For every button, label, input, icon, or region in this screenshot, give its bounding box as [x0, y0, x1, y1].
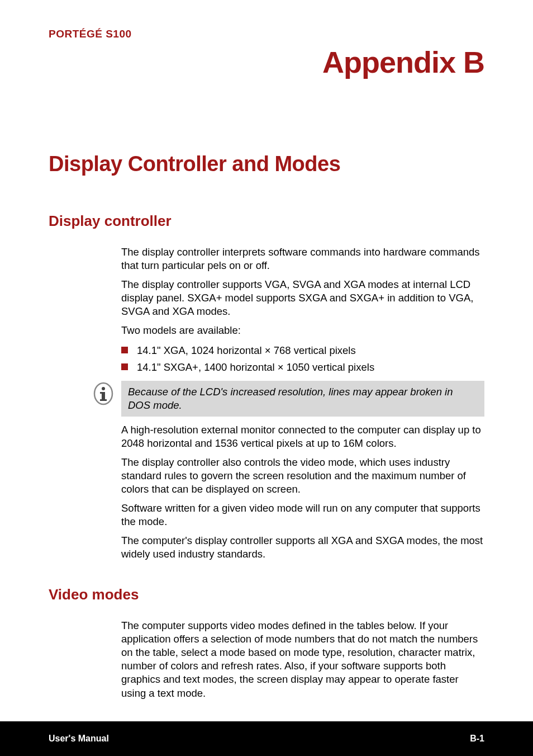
- svg-rect-3: [100, 392, 105, 394]
- body-paragraph: The display controller also controls the…: [121, 456, 484, 496]
- info-icon: [93, 382, 113, 405]
- product-label: PORTÉGÉ S100: [49, 28, 484, 40]
- svg-rect-4: [100, 399, 107, 401]
- body-paragraph: A high-resolution external monitor conne…: [121, 423, 484, 450]
- body-paragraph: The computer's display controller suppor…: [121, 534, 484, 561]
- footer-document-title: User's Manual: [49, 734, 109, 744]
- content-block: The display controller interprets softwa…: [121, 245, 484, 375]
- body-paragraph: The computer supports video modes define…: [121, 619, 484, 700]
- note-box: Because of the LCD's increased resolutio…: [121, 381, 484, 417]
- body-paragraph: The display controller interprets softwa…: [121, 245, 484, 272]
- section-heading-display-controller: Display controller: [49, 212, 484, 230]
- note-text: Because of the LCD's increased resolutio…: [128, 385, 478, 412]
- page-title: Display Controller and Modes: [49, 152, 484, 176]
- footer-page-number: B-1: [470, 734, 484, 744]
- body-paragraph: Software written for a given video mode …: [121, 502, 484, 528]
- content-block: The computer supports video modes define…: [121, 619, 484, 700]
- appendix-title: Appendix B: [49, 45, 484, 79]
- section-heading-video-modes: Video modes: [49, 586, 484, 603]
- page-footer: User's Manual B-1: [0, 721, 533, 756]
- list-item: 14.1" SXGA+, 1400 horizontal × 1050 vert…: [121, 360, 484, 375]
- svg-point-1: [102, 387, 105, 390]
- content-block: A high-resolution external monitor conne…: [121, 423, 484, 561]
- bullet-list: 14.1" XGA, 1024 horizontal × 768 vertica…: [121, 343, 484, 375]
- body-paragraph: The display controller supports VGA, SVG…: [121, 278, 484, 318]
- document-page: PORTÉGÉ S100 Appendix B Display Controll…: [0, 0, 533, 721]
- list-item: 14.1" XGA, 1024 horizontal × 768 vertica…: [121, 343, 484, 358]
- body-paragraph: Two models are available:: [121, 324, 484, 337]
